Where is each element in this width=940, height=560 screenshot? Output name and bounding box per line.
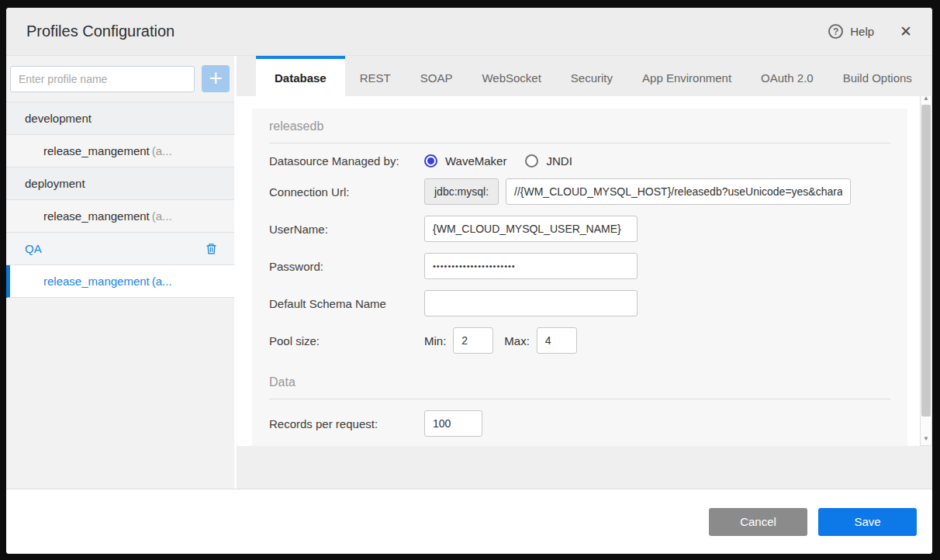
tab-soap[interactable]: SOAP bbox=[406, 56, 468, 96]
tab-bar: Database REST SOAP WebSocket Security Ap… bbox=[237, 56, 932, 96]
schema-label: Default Schema Name bbox=[269, 297, 424, 310]
pool-size-label: Pool size: bbox=[269, 334, 424, 347]
profile-group-deployment[interactable]: deployment bbox=[6, 168, 234, 200]
cancel-button[interactable]: Cancel bbox=[709, 508, 807, 536]
pool-size-row: Pool size: Min: Max: bbox=[269, 327, 890, 354]
tab-oauth[interactable]: OAuth 2.0 bbox=[746, 56, 828, 96]
profile-group-qa[interactable]: QA bbox=[6, 233, 234, 265]
main-area: Database REST SOAP WebSocket Security Ap… bbox=[237, 56, 932, 489]
dialog-footer: Cancel Save bbox=[6, 489, 932, 554]
datasource-radio-group: WaveMaker JNDI bbox=[424, 154, 583, 168]
records-per-request-label: Records per request: bbox=[269, 417, 424, 430]
radio-wavemaker-label[interactable]: WaveMaker bbox=[445, 154, 506, 168]
profile-item-suffix: (a... bbox=[152, 209, 172, 223]
tab-rest[interactable]: REST bbox=[345, 56, 406, 96]
datasource-label: Datasource Managed by: bbox=[269, 154, 424, 168]
profile-item-label: release_mangement bbox=[43, 275, 150, 288]
pool-max-label: Max: bbox=[504, 334, 530, 347]
dialog-title: Profiles Configuration bbox=[26, 22, 175, 40]
profile-group-label: development bbox=[25, 112, 92, 125]
password-label: Password: bbox=[269, 260, 424, 273]
profile-name-input[interactable] bbox=[10, 66, 195, 92]
schema-row: Default Schema Name bbox=[269, 290, 890, 316]
profile-item-suffix: (a... bbox=[152, 144, 172, 157]
pool-max-input[interactable] bbox=[537, 327, 577, 354]
tab-security[interactable]: Security bbox=[556, 56, 627, 96]
profile-item-deployment-release-mangement[interactable]: release_mangement (a... bbox=[6, 200, 234, 233]
scrollbar-thumb[interactable] bbox=[921, 105, 931, 417]
help-link[interactable]: Help bbox=[850, 25, 874, 38]
profiles-configuration-dialog: Profiles Configuration ? Help ✕ + develo… bbox=[6, 8, 932, 554]
schema-input[interactable] bbox=[424, 290, 638, 316]
tab-build-options[interactable]: Build Options bbox=[828, 56, 927, 96]
tab-websocket[interactable]: WebSocket bbox=[467, 56, 555, 96]
profile-item-label: release_mangement bbox=[43, 209, 150, 223]
section-title-data: Data bbox=[269, 365, 890, 399]
username-input[interactable] bbox=[424, 216, 638, 242]
pool-min-input[interactable] bbox=[453, 327, 493, 354]
datasource-row: Datasource Managed by: WaveMaker JNDI bbox=[269, 154, 890, 168]
scroll-down-icon[interactable]: ▼ bbox=[923, 433, 929, 444]
save-button[interactable]: Save bbox=[818, 508, 917, 536]
username-row: UserName: bbox=[269, 216, 890, 242]
profile-item-label: release_mangement bbox=[43, 144, 150, 157]
tab-app-environment[interactable]: App Environment bbox=[627, 56, 746, 96]
content-bottom-strip bbox=[237, 446, 932, 489]
add-profile-button[interactable]: + bbox=[202, 65, 230, 92]
profile-group-label: deployment bbox=[25, 177, 85, 190]
radio-jndi[interactable] bbox=[525, 154, 538, 168]
scroll-up-icon[interactable]: ▲ bbox=[923, 96, 929, 103]
jdbc-prefix-box: jdbc:mysql: bbox=[424, 178, 499, 205]
radio-wavemaker[interactable] bbox=[424, 154, 437, 168]
database-form-panel: releasedb Datasource Managed by: WaveMak… bbox=[252, 109, 907, 446]
header-actions: ? Help ✕ bbox=[828, 24, 912, 39]
connection-url-row: Connection Url: jdbc:mysql: bbox=[269, 178, 890, 205]
username-label: UserName: bbox=[269, 223, 424, 236]
dialog-header: Profiles Configuration ? Help ✕ bbox=[6, 8, 932, 56]
records-per-request-input[interactable] bbox=[424, 410, 482, 437]
profile-group-development[interactable]: development bbox=[6, 102, 234, 135]
password-input[interactable] bbox=[424, 253, 638, 279]
vertical-scrollbar[interactable]: ▲ ▼ bbox=[920, 96, 932, 446]
tab-content: releasedb Datasource Managed by: WaveMak… bbox=[237, 96, 932, 446]
profile-group-label: QA bbox=[25, 242, 42, 255]
close-icon[interactable]: ✕ bbox=[900, 24, 912, 39]
connection-url-input[interactable] bbox=[506, 178, 851, 205]
profile-search-row: + bbox=[6, 56, 234, 102]
delete-profile-icon[interactable] bbox=[206, 242, 217, 255]
section-title-releasedb: releasedb bbox=[269, 109, 890, 143]
profile-item-suffix: (a... bbox=[152, 275, 172, 288]
radio-jndi-label[interactable]: JNDI bbox=[546, 154, 572, 168]
password-row: Password: bbox=[269, 253, 890, 279]
dialog-body: + development release_mangement (a... de… bbox=[6, 56, 932, 489]
profile-list: development release_mangement (a... depl… bbox=[6, 102, 234, 298]
profiles-sidebar: + development release_mangement (a... de… bbox=[6, 56, 237, 489]
profile-item-qa-release-mangement[interactable]: release_mangement (a... bbox=[6, 265, 234, 298]
profile-item-development-release-mangement[interactable]: release_mangement (a... bbox=[6, 135, 234, 168]
tab-database[interactable]: Database bbox=[256, 56, 345, 96]
pool-min-label: Min: bbox=[424, 334, 446, 347]
records-per-request-row: Records per request: bbox=[269, 410, 890, 437]
help-icon[interactable]: ? bbox=[828, 24, 843, 39]
connection-url-label: Connection Url: bbox=[269, 185, 424, 199]
